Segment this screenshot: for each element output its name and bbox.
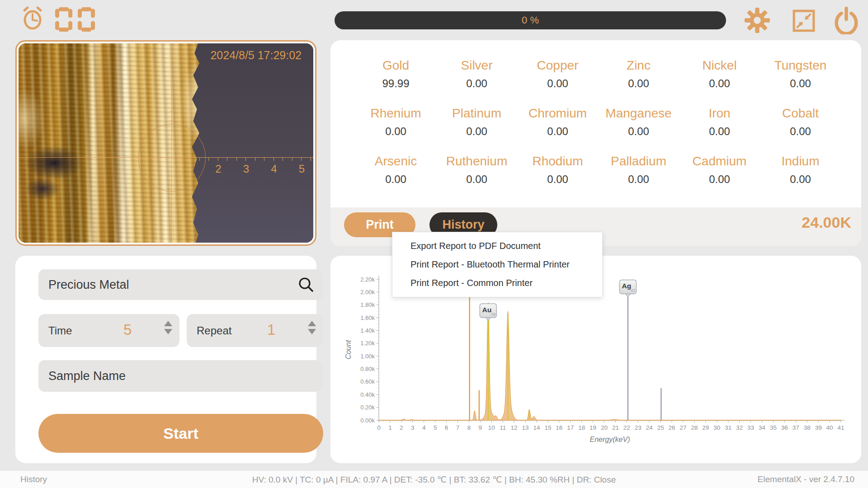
element-name: Palladium (611, 154, 666, 169)
print-menu-item[interactable]: Export Report to PDF Document (392, 237, 602, 255)
svg-text:37: 37 (793, 424, 799, 431)
element-cell: Cadmium0.00 (679, 146, 760, 194)
svg-text:19: 19 (590, 424, 596, 431)
svg-text:34: 34 (759, 424, 766, 431)
ruler-tick (218, 158, 218, 161)
timer-seven-segment-display (55, 7, 95, 32)
element-cell: Rhodium0.00 (517, 146, 598, 194)
sample-background (189, 43, 313, 243)
element-value: 0.00 (709, 125, 730, 138)
element-value: 0.00 (466, 77, 487, 90)
svg-text:30: 30 (713, 424, 720, 431)
svg-text:0.20k: 0.20k (360, 404, 375, 411)
element-cell: Manganese0.00 (598, 98, 679, 146)
svg-text:79: 79 (491, 312, 495, 317)
svg-text:10: 10 (488, 424, 495, 431)
timer-digit (78, 7, 95, 32)
svg-text:26: 26 (669, 424, 675, 431)
svg-text:Ag: Ag (622, 282, 632, 290)
svg-text:29: 29 (702, 424, 709, 431)
element-value: 0.00 (385, 173, 406, 186)
element-value: 0.00 (628, 77, 649, 90)
ruler-tick (181, 158, 181, 161)
ruler-number: 3 (243, 163, 249, 175)
svg-text:38: 38 (804, 424, 811, 431)
resize-window-icon[interactable] (792, 9, 816, 33)
element-cell: Silver0.00 (436, 50, 517, 98)
ruler-tick (236, 158, 237, 161)
repeat-decrement-arrow-icon[interactable] (308, 329, 316, 334)
time-stepper[interactable] (164, 321, 172, 334)
svg-text:3: 3 (411, 424, 415, 431)
ruler-tick (301, 158, 302, 161)
sample-name-input[interactable]: Sample Name (38, 360, 323, 392)
svg-text:22: 22 (623, 424, 630, 431)
svg-text:32: 32 (736, 424, 743, 431)
search-icon[interactable] (297, 276, 315, 294)
time-decrement-arrow-icon[interactable] (164, 329, 172, 334)
analysis-results-panel: Gold99.99Silver0.00Copper0.00Zinc0.00Nic… (330, 40, 861, 246)
element-marker-Ag: Ag47 (619, 280, 636, 297)
svg-text:11: 11 (500, 424, 506, 431)
element-name: Ruthenium (446, 154, 507, 169)
repeat-field[interactable]: Repeat 1 (187, 314, 323, 347)
svg-text:27: 27 (680, 424, 687, 431)
repeat-increment-arrow-icon[interactable] (308, 321, 316, 326)
timer-digit (55, 7, 72, 32)
time-increment-arrow-icon[interactable] (164, 321, 172, 326)
svg-text:2: 2 (400, 424, 403, 431)
ruler-tick (170, 167, 173, 167)
svg-text:35: 35 (770, 424, 777, 431)
timer-clock-icon (19, 5, 46, 32)
element-name: Arsenic (375, 154, 417, 169)
svg-text:24: 24 (646, 424, 653, 431)
svg-text:31: 31 (725, 424, 731, 431)
ruler-tick (170, 111, 173, 112)
element-cell: Zinc0.00 (598, 50, 679, 98)
svg-text:8: 8 (467, 424, 471, 431)
analysis-mode-field[interactable]: Precious Metal (38, 269, 323, 300)
element-value: 0.00 (628, 125, 649, 138)
repeat-stepper[interactable] (308, 321, 316, 334)
ruler-tick (274, 158, 274, 161)
element-cell: Platinum0.00 (436, 98, 517, 146)
element-name: Manganese (605, 106, 671, 121)
analysis-mode-value: Precious Metal (48, 278, 129, 292)
element-value: 99.99 (382, 77, 409, 90)
camera-timestamp: 2024/8/5 17:29:02 (210, 49, 302, 62)
ruler-tick (311, 158, 311, 161)
sample-camera-image: 2345 2024/8/5 17:29:02 (19, 43, 313, 243)
element-value: 0.00 (790, 173, 811, 186)
element-name: Rhenium (370, 106, 421, 121)
element-name: Gold (382, 58, 409, 73)
element-name: Iron (708, 106, 730, 121)
print-menu-item[interactable]: Print Report - Common Printer (392, 274, 602, 292)
power-icon[interactable] (833, 6, 859, 34)
svg-text:18: 18 (578, 424, 585, 431)
time-value: 5 (123, 321, 132, 338)
svg-text:12: 12 (511, 424, 518, 431)
status-bar: History HV: 0.0 kV | TC: 0 µA | FILA: 0.… (0, 471, 868, 488)
svg-text:1.00k: 1.00k (360, 353, 375, 360)
element-name: Tungsten (774, 58, 827, 73)
svg-text:41: 41 (837, 424, 844, 431)
svg-text:Energy(keV): Energy(keV) (590, 436, 630, 443)
svg-text:20: 20 (601, 424, 608, 431)
element-value: 0.00 (628, 173, 649, 186)
ruler-tick (170, 148, 173, 149)
svg-text:4: 4 (422, 424, 426, 431)
ruler-tick (283, 158, 283, 161)
svg-text:25: 25 (657, 424, 664, 431)
svg-text:2.20k: 2.20k (360, 276, 375, 283)
element-results-grid: Gold99.99Silver0.00Copper0.00Zinc0.00Nic… (355, 50, 841, 194)
time-field[interactable]: Time 5 (38, 314, 179, 347)
ruler-number: 5 (299, 163, 305, 175)
svg-text:21: 21 (612, 424, 619, 431)
start-button[interactable]: Start (38, 414, 323, 453)
crosshair-circle (138, 124, 206, 192)
svg-text:47: 47 (631, 288, 635, 293)
print-menu-item[interactable]: Print Report - Bluetooth Thermal Printer (392, 255, 602, 274)
svg-text:6: 6 (445, 424, 448, 431)
settings-gear-icon[interactable] (744, 7, 770, 33)
element-cell: Tungsten0.00 (760, 50, 841, 98)
